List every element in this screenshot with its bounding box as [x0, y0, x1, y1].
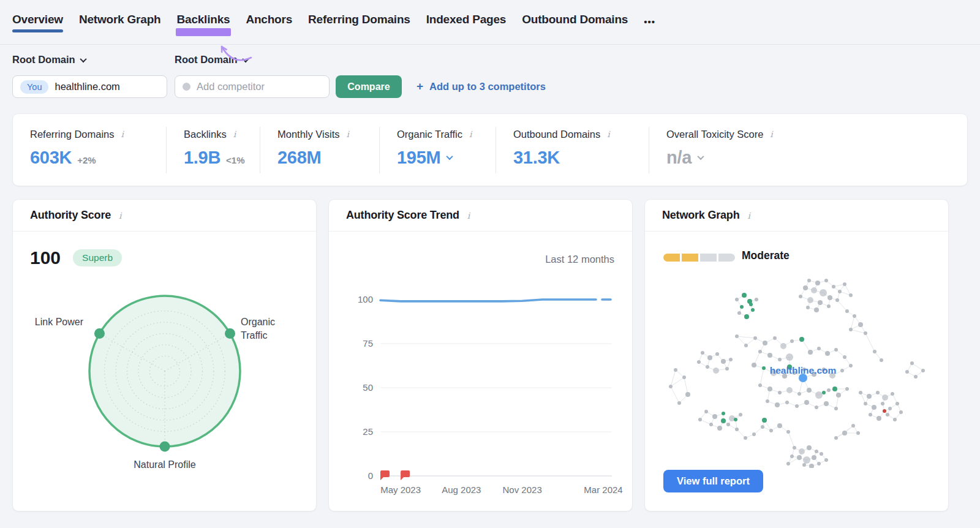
metric-organic-traffic: Organic Traffici 195M — [379, 127, 496, 173]
metric-label: Backlinks — [184, 129, 227, 140]
authority-radar-chart — [73, 279, 257, 463]
metric-change: +2% — [77, 155, 96, 165]
tab-outbound-domains-label: Outbound Domains — [522, 13, 628, 26]
card-title: Network Graph — [662, 209, 739, 222]
tab-referring-domains-label: Referring Domains — [308, 13, 410, 26]
card-title: Authority Score — [30, 209, 111, 222]
you-domain-input-box[interactable]: You — [12, 75, 167, 98]
radar-axis-organic-traffic: Organic Traffic — [241, 315, 302, 342]
metric-referring-domains: Referring Domainsi 603K+2% — [13, 127, 166, 173]
network-rating-meter — [663, 254, 735, 262]
info-icon[interactable]: i — [468, 130, 473, 138]
metric-label: Outbound Domains — [513, 129, 600, 140]
metric-value: 31.3K — [513, 148, 560, 168]
metric-value: 603K — [30, 148, 72, 168]
score-rating-badge: Superb — [73, 249, 122, 266]
radar-axis-link-power: Link Power — [27, 315, 83, 329]
tab-outbound-domains[interactable]: Outbound Domains — [522, 13, 628, 37]
metric-value: n/a — [666, 148, 692, 168]
backlinks-highlight-underline — [176, 28, 232, 36]
tab-network-graph-label: Network Graph — [79, 13, 161, 26]
trend-range-label: Last 12 months — [545, 254, 614, 265]
tab-backlinks-label: Backlinks — [177, 13, 230, 26]
metric-outbound-domains: Outbound Domainsi 31.3K — [496, 127, 649, 173]
info-icon[interactable]: i — [120, 130, 125, 138]
network-center-domain-label: healthline.com — [748, 365, 858, 376]
radar-axis-natural-profile: Natural Profile — [104, 458, 226, 472]
metric-label: Organic Traffic — [397, 129, 462, 140]
tab-network-graph[interactable]: Network Graph — [79, 13, 161, 37]
top-navigation: Overview Network Graph Backlinks Anchors… — [0, 0, 980, 45]
svg-text:100: 100 — [358, 294, 373, 304]
metric-value: 1.9B — [184, 148, 221, 168]
you-badge: You — [20, 80, 48, 94]
competitor-dot-icon — [183, 83, 190, 91]
more-tabs-icon[interactable]: ••• — [644, 13, 655, 27]
promo-arrow-icon — [214, 39, 258, 62]
metric-backlinks: Backlinksi 1.9B<1% — [166, 127, 260, 173]
tab-indexed-pages-label: Indexed Pages — [426, 13, 506, 26]
authority-score-value: 100 — [30, 247, 61, 268]
metric-value: 268M — [277, 148, 321, 168]
metric-change: <1% — [226, 155, 244, 165]
info-icon[interactable]: i — [746, 211, 751, 220]
chevron-down-icon[interactable] — [697, 153, 704, 160]
chevron-down-icon — [80, 55, 86, 62]
root-domain-selector-you[interactable]: Root Domain — [12, 54, 86, 66]
network-rating-label: Moderate — [742, 249, 790, 262]
svg-text:0: 0 — [368, 470, 373, 481]
chevron-down-icon[interactable] — [447, 153, 453, 160]
view-full-report-button[interactable]: View full report — [663, 470, 763, 492]
info-icon[interactable]: i — [118, 211, 123, 220]
svg-text:May 2023: May 2023 — [380, 485, 421, 495]
metric-label: Referring Domains — [30, 129, 115, 140]
authority-trend-chart: 0255075100May 2023Aug 2023Nov 2023Mar 20… — [341, 279, 629, 503]
metric-label: Monthly Visits — [277, 129, 339, 140]
compare-button[interactable]: Compare — [336, 75, 402, 98]
info-icon[interactable]: i — [466, 211, 471, 220]
tab-referring-domains[interactable]: Referring Domains — [308, 13, 410, 37]
domain-input[interactable] — [55, 81, 146, 92]
tab-overview[interactable]: Overview — [12, 13, 63, 37]
add-competitors-label: Add up to 3 competitors — [429, 81, 546, 92]
metric-value: 195M — [397, 148, 440, 168]
add-competitor-input[interactable] — [197, 81, 313, 92]
competitor-input-box[interactable] — [175, 75, 330, 98]
info-icon[interactable]: i — [232, 130, 237, 138]
tab-overview-label: Overview — [12, 13, 63, 26]
metric-toxicity-score: Overall Toxicity Scorei n/a — [649, 127, 845, 173]
tab-anchors-label: Anchors — [246, 13, 292, 26]
metric-monthly-visits: Monthly Visitsi 268M — [260, 127, 379, 173]
tab-anchors[interactable]: Anchors — [246, 13, 292, 37]
add-competitors-link[interactable]: + Add up to 3 competitors — [417, 80, 546, 93]
authority-score-trend-card: Authority Score Trend i Last 12 months 0… — [328, 199, 633, 511]
card-title: Authority Score Trend — [346, 209, 459, 222]
authority-score-card: Authority Score i 100 Superb Link Power … — [12, 199, 317, 511]
svg-text:25: 25 — [363, 426, 373, 437]
info-icon[interactable]: i — [345, 130, 350, 138]
svg-text:Mar 2024: Mar 2024 — [584, 485, 622, 495]
svg-text:75: 75 — [363, 338, 373, 349]
network-graph-card: Network Graph i Moderate healthline.com … — [644, 199, 949, 511]
plus-icon: + — [417, 80, 423, 93]
metrics-summary-bar: Referring Domainsi 603K+2% Backlinksi 1.… — [12, 113, 968, 186]
root-domain-label: Root Domain — [12, 54, 75, 66]
svg-text:Nov 2023: Nov 2023 — [503, 485, 542, 495]
tab-backlinks[interactable]: Backlinks — [177, 13, 230, 37]
info-icon[interactable]: i — [606, 130, 611, 138]
info-icon[interactable]: i — [769, 130, 774, 138]
svg-text:50: 50 — [363, 382, 373, 393]
tab-indexed-pages[interactable]: Indexed Pages — [426, 13, 506, 37]
metric-label: Overall Toxicity Score — [666, 129, 763, 140]
svg-text:Aug 2023: Aug 2023 — [442, 485, 481, 495]
active-tab-indicator — [12, 29, 63, 32]
